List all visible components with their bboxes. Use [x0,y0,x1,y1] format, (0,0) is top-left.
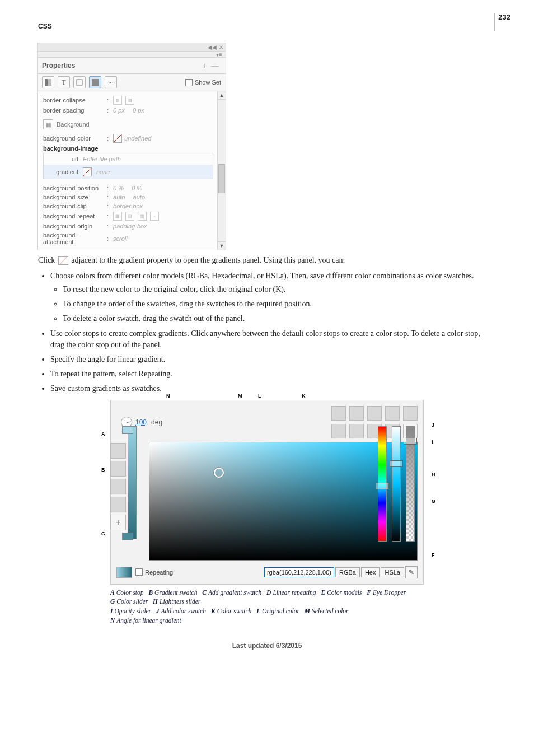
gradient-bar[interactable] [128,426,137,539]
color-swatch[interactable] [349,406,364,421]
prop-value[interactable]: padding-box [113,223,147,230]
prop-value[interactable]: undefined [124,135,151,142]
callout-K: K [302,393,306,399]
prop-value[interactable]: 0 % [113,185,124,192]
panel-collapse-icon[interactable]: ◀◀ [208,44,217,50]
gradient-swatch[interactable] [110,461,126,477]
slider-handle[interactable] [376,483,389,489]
color-swatch[interactable] [331,424,346,438]
color-field[interactable] [149,442,418,561]
lightness-slider[interactable] [392,426,401,542]
text-category-button[interactable]: T [58,76,70,88]
scrollbar[interactable]: ▲ ▼ [217,91,226,250]
opacity-slider[interactable] [406,426,415,542]
prop-background-clip[interactable]: background-clip : border-box [43,202,221,211]
repeat-opt-icon[interactable]: ▥ [138,212,147,221]
prop-background-color[interactable]: background-color : undefined [43,133,221,144]
color-swatch[interactable] [331,406,346,421]
gradient-swatch-rail: + [111,426,125,530]
svg-rect-4 [92,79,99,86]
scroll-thumb[interactable] [218,164,225,193]
color-stop-top[interactable] [122,426,133,434]
prop-value[interactable]: scroll [113,235,128,242]
color-model-rgba-button[interactable]: RGBa [335,567,360,577]
repeat-opt-icon[interactable]: ▫ [150,212,159,221]
hue-slider[interactable] [378,426,387,542]
running-head: CSS [38,22,496,30]
scroll-down-icon[interactable]: ▼ [218,241,226,250]
collapse-opt2-icon[interactable]: ⊟ [125,96,134,105]
panel-menu-icon[interactable]: ▾≡ [216,52,222,58]
eyedropper-button[interactable]: ✎ [405,566,418,578]
prop-value[interactable]: 0 % [132,185,142,192]
show-set-checkbox[interactable]: Show Set [185,79,221,86]
svg-rect-0 [45,79,48,86]
color-model-hsla-button[interactable]: HSLa [381,567,404,577]
gradient-value[interactable]: none [96,169,208,175]
color-swatch[interactable] [403,406,418,421]
prop-value[interactable]: auto [113,194,125,200]
list-item: Choose colors from different color model… [50,272,474,280]
add-gradient-swatch-button[interactable]: + [110,515,126,530]
repeat-opt-icon[interactable]: ▤ [125,212,134,221]
bg-image-gradient-row[interactable]: gradient none [44,165,213,179]
gradient-swatch[interactable] [110,497,126,512]
prop-value[interactable]: border-box [113,203,143,209]
gradient-preview [116,567,132,578]
color-swatch-icon[interactable] [113,134,122,143]
callout-F: F [432,552,435,558]
remove-property-button[interactable]: — [209,61,221,70]
scroll-up-icon[interactable]: ▲ [218,91,226,100]
prop-border-spacing[interactable]: border-spacing : 0 px 0 px [43,106,221,115]
prop-background-size[interactable]: background-size : auto auto [43,193,221,202]
slider-handle[interactable] [390,460,403,467]
callout-A: A [101,431,105,437]
color-stop-bottom[interactable] [122,533,133,540]
prop-label: background-origin [43,223,105,230]
prop-background-position[interactable]: background-position : 0 % 0 % [43,184,221,193]
slider-handle[interactable] [404,438,417,445]
background-image-box: url Enter file path gradient none [43,153,213,179]
list-item: To change the order of the swatches, dra… [63,298,496,310]
bg-image-url-row[interactable]: url Enter file path [44,153,213,165]
list-item: To reset the new color to the original c… [63,284,496,295]
figure-legend: AColor stop BGradient swatch CAdd gradie… [110,588,424,626]
repeating-checkbox[interactable]: Repeating [135,568,173,576]
layout-category-button[interactable] [42,76,54,88]
color-swatch[interactable] [367,406,382,421]
background-category-button[interactable] [89,76,101,88]
repeating-label: Repeating [145,569,173,576]
color-value-input[interactable]: rgba(160,212,228,1.00) [264,567,334,577]
gradient-swatch[interactable] [110,479,126,494]
prop-background-repeat[interactable]: background-repeat : ▦ ▤ ▥ ▫ [43,211,221,222]
gradient-swatch[interactable] [110,443,126,459]
svg-rect-3 [77,80,82,85]
angle-value[interactable]: 100 [135,418,147,426]
svg-rect-1 [48,79,51,82]
prop-label: background-position [43,185,105,192]
prop-background-attachment[interactable]: background-attachment : scroll [43,231,221,246]
color-picker-marker[interactable] [214,468,224,478]
prop-label: border-spacing [43,107,105,114]
prop-value[interactable]: 0 px [133,107,144,114]
prop-value[interactable]: auto [133,194,145,200]
more-category-button[interactable]: ··· [105,76,117,88]
gradient-label: gradient [48,169,78,175]
gradient-swatch-icon[interactable] [83,167,92,176]
add-property-button[interactable]: + [200,61,209,70]
color-swatch[interactable] [349,424,364,438]
prop-label: background-color [43,135,105,142]
prop-value[interactable]: 0 px [113,107,125,114]
panel-close-icon[interactable]: ✕ [219,44,223,50]
collapse-opt1-icon[interactable]: ⊞ [113,96,122,105]
color-model-hex-button[interactable]: Hex [361,567,380,577]
properties-body: ▲ ▼ border-collapse : ⊞ ⊟ border-spacing… [38,91,226,250]
panel-title: Properties [42,62,75,69]
url-input[interactable]: Enter file path [83,156,208,162]
color-swatch[interactable] [385,406,400,421]
list-item: Use color stops to create complex gradie… [50,328,496,351]
prop-background-origin[interactable]: background-origin : padding-box [43,222,221,231]
prop-border-collapse[interactable]: border-collapse : ⊞ ⊟ [43,95,221,106]
border-category-button[interactable] [73,76,86,88]
repeat-opt-icon[interactable]: ▦ [113,212,122,221]
